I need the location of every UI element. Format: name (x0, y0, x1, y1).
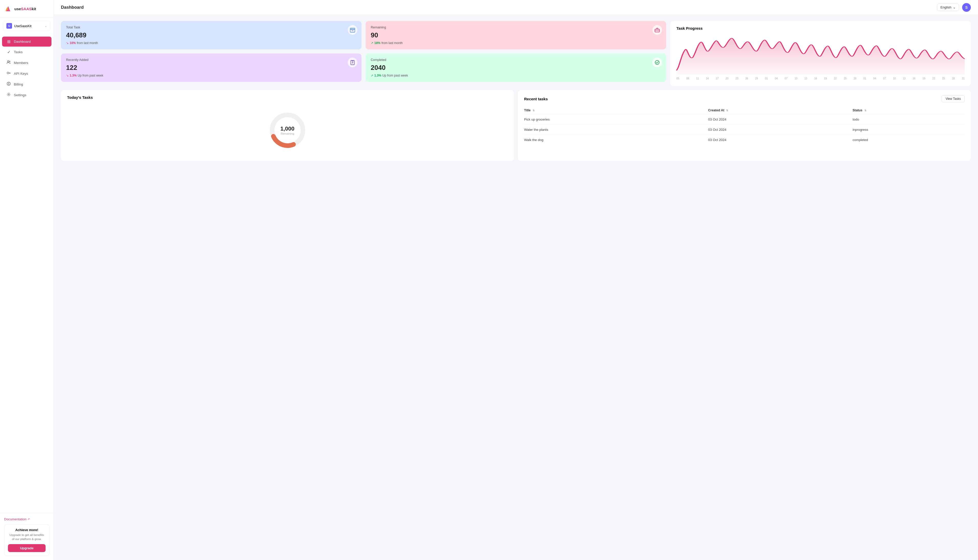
stat-icon (348, 25, 357, 35)
svg-point-20 (655, 60, 659, 65)
briefcase-icon (654, 27, 660, 33)
sidebar-nav: ⊞ Dashboard ✓ Tasks Members API Keys $ B… (0, 34, 53, 513)
svg-point-2 (7, 61, 9, 62)
task-progress-card: Task Progress (670, 21, 971, 86)
members-icon (6, 60, 11, 65)
upgrade-desc: Upgrade to get all benefits of our platf… (8, 533, 45, 541)
logo: useSAASkit (0, 0, 53, 18)
down-arrow-icon: ↘ (66, 74, 68, 77)
sidebar-item-label: Members (14, 61, 28, 65)
todays-tasks-card: Today's Tasks 1,000 Remaining (61, 90, 514, 161)
dashboard-content: Total Task 40,689 ↘ 10% from last month (54, 15, 978, 560)
stat-card-recently-added: Recently Added 122 ↘ 1.3% Up from past w… (61, 53, 362, 82)
table-row: Walk the dog 03 Oct 2024 completed (524, 135, 965, 145)
sidebar-item-label: API Keys (14, 72, 28, 75)
sidebar-item-tasks[interactable]: ✓ Tasks (2, 47, 52, 57)
stat-card-total-task: Total Task 40,689 ↘ 10% from last month (61, 21, 362, 49)
bottom-section: Today's Tasks 1,000 Remaining (61, 90, 971, 161)
change-pct: 1.3% (70, 74, 77, 77)
task-title: Pick up groceries (524, 114, 708, 125)
donut-chart-container: 1,000 Remaining (67, 105, 508, 156)
table-row: Water the plants 03 Oct 2024 inprogress (524, 125, 965, 135)
chart-x-labels: 0508111417202326290104071013161922252801… (676, 77, 965, 80)
donut-value: 1,000 (280, 125, 294, 132)
svg-text:$: $ (8, 82, 10, 85)
stat-value: 122 (66, 64, 356, 72)
donut-chart: 1,000 Remaining (267, 110, 308, 151)
stat-change: ↘ 1.3% Up from past week (66, 74, 356, 77)
stat-icon (348, 58, 357, 67)
dashboard-icon: ⊞ (6, 39, 11, 44)
documentation-link[interactable]: Documentation ↗ (4, 517, 49, 521)
change-pct: 18% (374, 41, 381, 45)
down-arrow-icon: ↘ (66, 41, 68, 45)
table-row: Pick up groceries 03 Oct 2024 todo (524, 114, 965, 125)
stat-label: Total Task (66, 26, 356, 29)
upgrade-card: Achieve more! Upgrade to get all benefit… (4, 524, 49, 556)
stat-change: ↗ 18% from last month (371, 41, 661, 45)
sidebar: useSAASkit U UseSaasKit ⌄ ⊞ Dashboard ✓ … (0, 0, 54, 560)
recent-tasks-title: Recent tasks (524, 97, 548, 101)
stat-icon (653, 58, 662, 67)
donut-center: 1,000 Remaining (280, 125, 294, 135)
sidebar-footer: Documentation ↗ Achieve more! Upgrade to… (0, 513, 53, 560)
recent-tasks-header: Recent tasks View Tasks (524, 95, 965, 102)
sidebar-item-label: Dashboard (14, 40, 31, 43)
sidebar-item-settings[interactable]: Settings (2, 90, 52, 100)
api-key-icon (6, 71, 11, 76)
stat-value: 90 (371, 31, 661, 39)
stat-card-remaining: Remaining 90 ↗ 18% from last month (365, 21, 666, 49)
sidebar-item-api-keys[interactable]: API Keys (2, 68, 52, 78)
language-label: English (940, 5, 951, 9)
sidebar-item-members[interactable]: Members (2, 58, 52, 68)
docs-label: Documentation (4, 517, 27, 521)
change-label: Up from past week (382, 74, 408, 77)
task-progress-chart (676, 35, 965, 75)
settings-icon (6, 92, 11, 98)
user-avatar[interactable]: S (962, 3, 971, 12)
sort-icon[interactable]: ⇅ (865, 109, 866, 112)
sidebar-item-label: Tasks (14, 50, 23, 54)
check-circle-icon (654, 60, 660, 65)
col-created-at: Created At ⇅ (708, 107, 853, 114)
billing-icon: $ (6, 82, 11, 87)
sidebar-item-billing[interactable]: $ Billing (2, 79, 52, 89)
language-selector[interactable]: English ⌄ (937, 3, 959, 11)
archive-icon (350, 27, 355, 33)
task-created-at: 03 Oct 2024 (708, 135, 853, 145)
tasks-icon: ✓ (6, 50, 11, 55)
task-created-at: 03 Oct 2024 (708, 125, 853, 135)
stat-value: 40,689 (66, 31, 356, 39)
clipboard-icon (350, 60, 355, 65)
workspace-selector[interactable]: U UseSaasKit ⌄ (3, 21, 50, 31)
stat-label: Remaining (371, 26, 661, 29)
col-status: Status ⇅ (853, 107, 965, 114)
sort-icon[interactable]: ⇅ (726, 109, 728, 112)
col-title: Title ⇅ (524, 107, 708, 114)
chevron-down-icon: ⌄ (953, 5, 956, 9)
task-status: completed (853, 135, 965, 145)
recent-tasks-table: Title ⇅ Created At ⇅ Status ⇅ (524, 107, 965, 145)
logo-icon (4, 5, 12, 13)
svg-point-3 (9, 61, 10, 62)
page-title: Dashboard (61, 5, 84, 10)
workspace-name: UseSaasKit (14, 24, 42, 28)
task-status: todo (853, 114, 965, 125)
stat-card-completed: Completed 2040 ↗ 1.3% Up from past week (365, 53, 666, 82)
header-actions: English ⌄ S (937, 3, 971, 12)
upgrade-button[interactable]: Upgrade (8, 544, 45, 552)
sidebar-item-dashboard[interactable]: ⊞ Dashboard (2, 37, 52, 47)
task-title: Water the plants (524, 125, 708, 135)
task-status: inprogress (853, 125, 965, 135)
donut-label: Remaining (280, 132, 294, 135)
recent-tasks-card: Recent tasks View Tasks Title ⇅ Created … (518, 90, 971, 161)
change-label: from last month (382, 41, 403, 45)
stat-label: Recently Added (66, 58, 356, 62)
top-section: Total Task 40,689 ↘ 10% from last month (61, 21, 971, 86)
change-pct: 10% (70, 41, 76, 45)
up-arrow-icon: ↗ (371, 41, 373, 45)
change-pct: 1.3% (374, 74, 381, 77)
view-tasks-button[interactable]: View Tasks (942, 95, 965, 102)
sidebar-item-label: Settings (14, 93, 27, 97)
sort-icon[interactable]: ⇅ (532, 109, 534, 112)
